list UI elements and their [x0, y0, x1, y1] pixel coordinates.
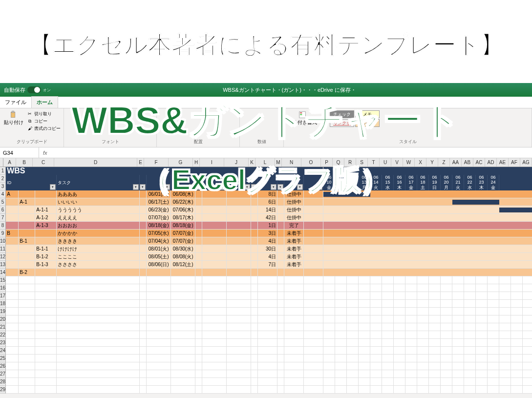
empty-row[interactable] — [6, 370, 532, 378]
autosave-label: 自動保存 — [4, 86, 25, 94]
row-num-17[interactable]: 17 — [0, 292, 6, 300]
col-header-AE[interactable]: AE — [497, 158, 509, 167]
col-header-B[interactable]: B — [16, 158, 33, 167]
tab-home[interactable]: ホーム — [31, 96, 58, 108]
row-num-19[interactable]: 19 — [0, 308, 6, 315]
row-num-9[interactable]: 9 — [0, 230, 6, 237]
row-num-10[interactable]: 10 — [0, 237, 6, 245]
table-row[interactable]: B-1-3ささささ08/06(日)08/12(土)7日未着手 — [6, 261, 532, 269]
row-num-21[interactable]: 21 — [0, 323, 6, 331]
row-num-11[interactable]: 11 — [0, 245, 6, 253]
gantt-bar — [452, 200, 499, 205]
tab-file[interactable]: ファイル — [0, 97, 31, 108]
empty-row[interactable] — [6, 292, 532, 300]
row-num-7[interactable]: 7 — [0, 214, 6, 222]
col-header-Y[interactable]: Y — [426, 158, 438, 167]
filter-arrow[interactable]: ▾ — [50, 184, 56, 190]
row-num-8[interactable]: 8 — [0, 222, 6, 230]
empty-row[interactable] — [6, 362, 532, 370]
row-num-14[interactable]: 14 — [0, 269, 6, 276]
filter-arrow[interactable]: ▾ — [133, 184, 139, 190]
col-header-AF[interactable]: AF — [509, 158, 520, 167]
row-num-4[interactable]: 4 — [0, 190, 6, 198]
empty-row[interactable] — [6, 386, 532, 394]
brush-icon: 🖌 — [26, 125, 33, 132]
paste-icon — [10, 111, 17, 118]
table-row[interactable]: A-1いいいい06/17(土)06/22(木)6日仕掛中 — [6, 198, 532, 206]
empty-row[interactable] — [6, 355, 532, 362]
ribbon-group-clipboard: 貼り付け ✂切り取り ⧉コピー 🖌書式のコピー クリップボード — [0, 108, 64, 147]
col-header-W[interactable]: W — [403, 158, 415, 167]
row-num-23[interactable]: 23 — [0, 339, 6, 347]
col-header-Z[interactable]: Z — [438, 158, 450, 167]
fx-label: fx — [39, 150, 51, 156]
table-row[interactable]: B-1-1けけけけ08/01(火)08/30(水)30日未着手 — [6, 245, 532, 253]
col-header-C[interactable]: C — [33, 158, 54, 167]
col-header-D[interactable]: D — [54, 158, 137, 167]
overlay-title-line1: 【エクセル本著者による有料テンプレート】 — [29, 29, 504, 61]
row-num-24[interactable]: 24 — [0, 347, 6, 355]
overlay-title-line2: WBS&ガントチャート — [71, 95, 460, 147]
name-box[interactable]: G34 — [0, 147, 39, 158]
row-num-26[interactable]: 26 — [0, 362, 6, 370]
table-row[interactable]: B-1きききき07/04(火)07/07(金)4日未着手 — [6, 237, 532, 245]
paste-button[interactable]: 貼り付け — [3, 110, 24, 127]
scissors-icon: ✂ — [26, 110, 33, 117]
row-num-27[interactable]: 27 — [0, 370, 6, 378]
empty-row[interactable] — [6, 284, 532, 292]
empty-row[interactable] — [6, 308, 532, 315]
row-num-22[interactable]: 22 — [0, 331, 6, 339]
col-header-AC[interactable]: AC — [473, 158, 485, 167]
row-num-29[interactable]: 29 — [0, 386, 6, 394]
empty-row[interactable] — [6, 276, 532, 284]
cells-area[interactable]: WBSID▾タスク▾▾▾▾▾▾▾▾▾▾▾▾0610金0611土0612日0613… — [6, 167, 532, 394]
empty-row[interactable] — [6, 347, 532, 355]
empty-row[interactable] — [6, 315, 532, 323]
table-row[interactable]: Bかかかか07/05(水)07/07(金)3日未着手 — [6, 230, 532, 237]
row-num-25[interactable]: 25 — [0, 355, 6, 362]
copy-button[interactable]: ⧉コピー — [26, 118, 61, 125]
table-row[interactable]: A-1-3おおおお08/18(金)08/18(金)1日完了 — [6, 222, 532, 230]
col-header-AD[interactable]: AD — [485, 158, 497, 167]
paste-label: 貼り付け — [4, 119, 23, 126]
col-header-AG[interactable]: AG — [520, 158, 532, 167]
empty-row[interactable] — [6, 331, 532, 339]
col-header-AB[interactable]: AB — [462, 158, 473, 167]
row-num-13[interactable]: 13 — [0, 261, 6, 269]
toggle-icon[interactable] — [27, 86, 41, 93]
clipboard-group-title: クリップボード — [3, 139, 61, 145]
svg-rect-1 — [12, 111, 14, 113]
row-num-1[interactable]: 1 — [0, 167, 6, 175]
row-num-20[interactable]: 20 — [0, 315, 6, 323]
row-num-28[interactable]: 28 — [0, 378, 6, 386]
col-header-V[interactable]: V — [391, 158, 403, 167]
formula-bar: G34 fx — [0, 147, 532, 158]
empty-row[interactable] — [6, 323, 532, 331]
cut-button[interactable]: ✂切り取り — [26, 110, 61, 117]
col-header-X[interactable]: X — [415, 158, 426, 167]
row-num-5[interactable]: 5 — [0, 198, 6, 206]
row-num-16[interactable]: 16 — [0, 284, 6, 292]
row-num-3[interactable]: 3 — [0, 183, 6, 190]
select-all-corner[interactable] — [0, 158, 3, 167]
row-num-12[interactable]: 12 — [0, 253, 6, 261]
table-row[interactable]: B-1-2ここここ08/05(土)08/08(火)4日未着手 — [6, 253, 532, 261]
row-num-6[interactable]: 6 — [0, 206, 6, 214]
titlebar: 自動保存 オン WBS&ガントチャート・(ガント)・・・eDrive に保存・ — [0, 83, 532, 97]
gantt-bar — [499, 208, 532, 212]
format-painter-button[interactable]: 🖌書式のコピー — [26, 125, 61, 132]
empty-row[interactable] — [6, 339, 532, 347]
row-num-18[interactable]: 18 — [0, 300, 6, 308]
row-num-2[interactable]: 2 — [0, 175, 6, 183]
col-header-AA[interactable]: AA — [450, 158, 462, 167]
empty-row[interactable] — [6, 378, 532, 386]
col-header-A[interactable]: A — [3, 158, 16, 167]
table-row[interactable]: B-2 — [6, 269, 532, 276]
empty-row[interactable] — [6, 300, 532, 308]
table-row[interactable]: A-1-1ううううう06/23(金)07/06(木)14日仕掛中 — [6, 206, 532, 214]
autosave-toggle[interactable]: 自動保存 オン — [4, 86, 51, 94]
autosave-on-label: オン — [43, 87, 51, 93]
copy-icon: ⧉ — [26, 118, 33, 125]
table-row[interactable]: A-1-2ええええ07/07(金)08/17(木)42日仕掛中 — [6, 214, 532, 222]
row-num-15[interactable]: 15 — [0, 276, 6, 284]
